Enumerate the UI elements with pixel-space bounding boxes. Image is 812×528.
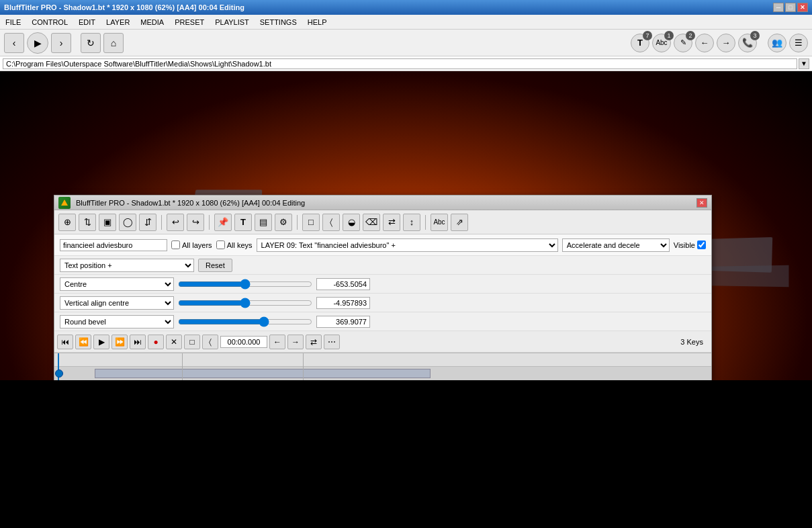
menu-bar: FILE CONTROL EDIT LAYER MEDIA PRESET PLA… xyxy=(0,15,812,30)
slider-1[interactable] xyxy=(178,279,312,290)
copy-button[interactable]: □ xyxy=(302,214,320,231)
dropdown-3[interactable]: Round bevel xyxy=(60,315,174,328)
address-dropdown-button[interactable]: ▼ xyxy=(799,58,809,69)
font-button[interactable]: Abc xyxy=(431,214,448,231)
tl-first-button[interactable]: ⏮ xyxy=(57,335,73,349)
tl-last-button[interactable]: ⏭ xyxy=(130,335,146,349)
menu-file[interactable]: FILE xyxy=(0,15,26,29)
tl-prev-key-button[interactable]: ← xyxy=(269,335,285,349)
close-button[interactable]: ✕ xyxy=(797,3,808,12)
value-3[interactable] xyxy=(316,316,370,328)
tl-trim-button[interactable]: 〈 xyxy=(202,335,218,349)
timeline-dot[interactable] xyxy=(55,369,63,378)
clock-button[interactable]: ◯ xyxy=(119,214,136,231)
menu-control[interactable]: CONTROL xyxy=(26,15,73,29)
address-input[interactable] xyxy=(3,58,797,69)
panel-logo xyxy=(58,197,71,209)
refresh-button[interactable]: ↻ xyxy=(81,33,101,53)
tl-loop-button[interactable]: □ xyxy=(184,335,200,349)
layer-select[interactable]: LAYER 09: Text "financieel adviesburo" + xyxy=(257,238,558,252)
tl-play-button[interactable]: ▶ xyxy=(93,335,109,349)
tl-next-button[interactable]: ⏩ xyxy=(111,335,128,349)
toolbar-separator-3 xyxy=(297,215,298,230)
tl-more-button[interactable]: ⋯ xyxy=(324,335,340,349)
back-button[interactable]: ‹ xyxy=(4,33,24,53)
tl-all-keys-button[interactable]: ⇄ xyxy=(306,335,322,349)
menu-media[interactable]: MEDIA xyxy=(135,15,169,29)
users-icon[interactable]: 👥 xyxy=(768,34,786,52)
phone-badge: 3 xyxy=(750,31,760,40)
gear-icon[interactable]: ⚙ xyxy=(275,214,292,231)
all-layers-checkbox[interactable] xyxy=(171,240,180,249)
expand-button[interactable]: ⇗ xyxy=(451,214,468,231)
layer-name-input[interactable] xyxy=(60,239,167,251)
home-button[interactable]: ⌂ xyxy=(103,33,124,53)
reset-button[interactable]: Reset xyxy=(198,259,232,272)
tl-stop-button[interactable]: ✕ xyxy=(166,335,182,349)
image-button[interactable]: ▤ xyxy=(255,214,272,231)
layer-row: All layers All keys LAYER 09: Text "fina… xyxy=(54,234,711,256)
timeline-area xyxy=(54,353,711,380)
anim-select[interactable]: Accelerate and decele xyxy=(562,238,670,252)
value-2[interactable] xyxy=(316,297,370,309)
export-button[interactable]: ⇵ xyxy=(139,214,156,231)
toolbar-separator-4 xyxy=(425,215,426,230)
menu-settings[interactable]: SETTINGS xyxy=(255,15,302,29)
play-button[interactable]: ▶ xyxy=(27,32,48,54)
text-tool-button[interactable]: T xyxy=(234,214,252,231)
edit-icon-wrap: ✎ 2 xyxy=(674,34,692,52)
visible-label: Visible xyxy=(674,240,706,249)
delete-button[interactable]: ⌫ xyxy=(363,214,380,231)
dropdown-2[interactable]: Vertical align centre xyxy=(60,296,174,310)
all-keys-checkbox[interactable] xyxy=(216,240,225,249)
cut-button[interactable]: 〈 xyxy=(322,214,340,231)
menu-help[interactable]: HELP xyxy=(302,15,332,29)
tl-next-key-button[interactable]: → xyxy=(287,335,304,349)
tl-keys-label: 3 Keys xyxy=(680,338,709,346)
dropdown-1[interactable]: Centre xyxy=(60,277,174,291)
menu-icon[interactable]: ☰ xyxy=(789,34,808,52)
panel-close-button[interactable]: ✕ xyxy=(696,198,707,208)
pin-button[interactable]: 📌 xyxy=(214,214,232,231)
tl-prev-button[interactable]: ⏪ xyxy=(75,335,91,349)
arrow-left-icon[interactable]: ← xyxy=(695,34,714,52)
menu-preset[interactable]: PRESET xyxy=(169,15,210,29)
slider-2[interactable] xyxy=(178,298,312,308)
paste-button[interactable]: ◒ xyxy=(343,214,360,231)
title-bar-text: BluffTitler PRO - Shadow1.bt * 1920 x 10… xyxy=(4,3,244,11)
screenshot-button[interactable]: ▣ xyxy=(99,214,116,231)
tl-record-button[interactable]: ● xyxy=(148,335,164,349)
address-bar: ▼ xyxy=(0,56,812,71)
maximize-button[interactable]: □ xyxy=(785,3,796,12)
flip-v-button[interactable]: ↕ xyxy=(403,214,420,231)
prop-type-select[interactable]: Text position + xyxy=(60,259,194,272)
minimize-button[interactable]: ─ xyxy=(773,3,784,12)
menu-edit[interactable]: EDIT xyxy=(73,15,101,29)
forward-button[interactable]: › xyxy=(51,33,71,53)
timeline-controls: ⏮ ⏪ ▶ ⏩ ⏭ ● ✕ □ 〈 00:00.000 ← → ⇄ ⋯ 3 Ke… xyxy=(54,331,711,353)
arrow-right-icon[interactable]: → xyxy=(717,34,735,52)
import-button[interactable]: ⇅ xyxy=(79,214,96,231)
timeline-block xyxy=(95,369,431,378)
slider-3[interactable] xyxy=(178,316,312,327)
visible-checkbox[interactable] xyxy=(697,240,706,249)
menu-layer[interactable]: LAYER xyxy=(101,15,135,29)
all-layers-label: All layers xyxy=(171,240,212,249)
menu-playlist[interactable]: PLAYLIST xyxy=(210,15,255,29)
phone-icon-wrap: 📞 3 xyxy=(738,34,757,52)
panel-title-text: BluffTitler PRO - Shadow1.bt * 1920 x 10… xyxy=(76,199,305,207)
text-icon-wrap: T 7 xyxy=(631,34,649,52)
edit-badge: 2 xyxy=(686,31,695,40)
add-layer-button[interactable]: ⊕ xyxy=(58,214,76,231)
flip-h-button[interactable]: ⇄ xyxy=(383,214,400,231)
toolbar-separator-2 xyxy=(209,215,210,230)
toolbar-right: T 7 Abc 1 ✎ 2 ← → 📞 3 👥 ☰ xyxy=(631,34,808,52)
prop-row-1: Centre xyxy=(54,275,711,294)
undo-button[interactable]: ↩ xyxy=(167,214,184,231)
redo-button[interactable]: ↪ xyxy=(187,214,204,231)
value-1[interactable] xyxy=(316,278,370,290)
timeline-marker-2 xyxy=(303,353,304,380)
prop-row-3: Round bevel xyxy=(54,312,711,331)
title-bar-buttons: ─ □ ✕ xyxy=(773,3,808,12)
panel-toolbar: ⊕ ⇅ ▣ ◯ ⇵ ↩ ↪ 📌 T ▤ ⚙ □ 〈 ◒ ⌫ ⇄ ↕ Abc ⇗ xyxy=(54,210,711,234)
